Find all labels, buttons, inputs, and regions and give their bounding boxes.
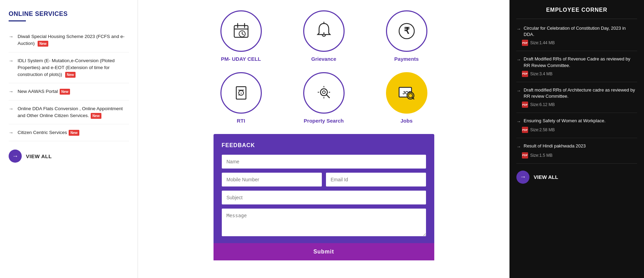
news-arrow-5: → [516,144,521,150]
service-card-property-search[interactable]: Property Search [293,72,355,124]
new-badge-4: New [91,113,101,119]
view-all-arrow-icon: → [9,150,22,163]
file-info-2: PDF Size:3.4 MB [516,71,637,77]
svg-point-8 [323,32,325,34]
service-item-2[interactable]: → IDLI System (E- Mutation,e-Conversion … [9,52,129,84]
news-arrow-4: → [516,118,521,125]
pm-uday-icon-circle [220,10,262,52]
svg-line-6 [242,34,244,35]
right-view-all-arrow-icon: → [516,171,529,184]
file-size-3: Size:6.12 MB [530,102,555,107]
pdf-icon-4: PDF [522,127,528,133]
message-textarea[interactable] [222,209,426,236]
arrow-icon-5: → [9,130,13,135]
service-card-grievance[interactable]: Grievance [293,10,355,62]
pdf-icon-1: PDF [522,40,528,46]
grievance-label: Grievance [311,56,336,62]
file-info-3: PDF Size:6.12 MB [516,102,637,108]
news-list: → Circular for Celebration of Constituti… [516,20,637,164]
new-badge-3: New [60,89,70,95]
news-title-2: → Draft Modified RRs of Revenue Cadre as… [516,56,637,68]
service-item-4[interactable]: → Online DDA Flats Conversion , Online A… [9,100,129,125]
rupee-icon: ₹ [396,21,417,41]
feedback-title: FEEDBACK [222,142,426,148]
service-card-rti[interactable]: i RTI [210,72,272,124]
calendar-clock-icon [231,21,251,41]
news-arrow-3: → [516,88,521,94]
new-badge-2: New [65,72,76,78]
file-size-5: Size:1.5 MB [530,153,553,158]
arrow-icon-3: → [9,89,13,94]
service-text-5: Citizen Centric ServicesNew [18,129,129,136]
view-all-label: VIEW ALL [26,153,52,159]
left-panel: ONLINE SERVICES → Diwali Special Housing… [0,0,138,278]
news-arrow-2: → [516,57,521,63]
service-text-1: Diwali Special Housing Scheme 2023 (FCFS… [18,33,129,47]
jobs-icon-circle: JOB [386,72,427,114]
svg-text:i: i [240,92,241,95]
news-arrow-1: → [516,26,521,32]
property-search-label: Property Search [304,118,344,124]
news-title-5: → Result of Hindi pakhwada 2023 [516,143,637,150]
service-card-pm-uday[interactable]: PM- UDAY CELL [210,10,272,62]
title-underline [9,20,26,21]
pm-uday-label: PM- UDAY CELL [221,56,261,62]
svg-rect-0 [234,26,248,37]
file-size-4: Size:2.58 MB [530,127,555,132]
email-input[interactable] [326,173,426,186]
news-item-3[interactable]: → Draft modified RRs of Architecture cad… [516,82,637,113]
name-input[interactable] [222,155,426,169]
service-card-jobs[interactable]: JOB Jobs [376,72,438,124]
file-info-1: PDF Size:1.44 MB [516,40,637,46]
mobile-input[interactable] [222,173,322,186]
grievance-icon-circle [303,10,345,52]
pdf-icon-3: PDF [522,102,528,108]
news-item-1[interactable]: → Circular for Celebration of Constituti… [516,20,637,51]
subject-input[interactable] [222,191,426,204]
file-size-1: Size:1.44 MB [530,40,555,45]
pdf-icon-2: PDF [522,71,528,77]
service-list: → Diwali Special Housing Scheme 2023 (FC… [9,28,129,141]
file-size-2: Size:3.4 MB [530,71,553,76]
file-info-5: PDF Size:1.5 MB [516,152,637,159]
right-view-all-button[interactable]: → VIEW ALL [516,171,637,184]
view-all-button[interactable]: → VIEW ALL [9,150,129,163]
rti-label: RTI [237,118,245,124]
service-text-2: IDLI System (E- Mutation,e-Conversion (P… [18,57,129,78]
middle-panel: PM- UDAY CELL Grievance ₹ P [138,0,509,278]
submit-button[interactable]: Submit [214,243,434,260]
rti-icon: i [231,83,251,103]
news-item-4[interactable]: → Ensuring Safety of Women at Workplace.… [516,113,637,138]
pdf-icon-5: PDF [522,152,528,159]
service-item-3[interactable]: → New AAWAS PortalNew [9,83,129,100]
new-badge-5: New [69,130,79,136]
service-item-1[interactable]: → Diwali Special Housing Scheme 2023 (FC… [9,28,129,52]
arrow-icon-4: → [9,106,13,112]
right-panel: EMPLOYEE CORNER → Circular for Celebrati… [509,0,644,278]
news-item-2[interactable]: → Draft Modified RRs of Revenue Cadre as… [516,51,637,82]
jobs-label: Jobs [400,118,413,124]
news-title-1: → Circular for Celebration of Constituti… [516,25,637,38]
payments-icon-circle: ₹ [386,10,427,52]
jobs-icon: JOB [396,83,417,103]
bell-icon [314,21,334,41]
service-item-5[interactable]: → Citizen Centric ServicesNew [9,124,129,141]
svg-text:₹: ₹ [404,26,409,36]
employee-corner-title: EMPLOYEE CORNER [516,7,637,19]
service-card-payments[interactable]: ₹ Payments [376,10,438,62]
service-text-3: New AAWAS PortalNew [18,88,129,95]
services-grid: PM- UDAY CELL Grievance ₹ P [210,10,438,124]
news-item-5[interactable]: → Result of Hindi pakhwada 2023 PDF Size… [516,138,637,163]
service-text-4: Online DDA Flats Conversion , Online App… [18,105,129,119]
property-search-icon-circle [303,72,345,114]
svg-point-19 [323,91,325,94]
news-title-3: → Draft modified RRs of Architecture cad… [516,87,637,99]
news-title-4: → Ensuring Safety of Women at Workplace. [516,118,637,125]
svg-line-18 [326,95,329,98]
arrow-icon-2: → [9,58,13,64]
right-view-all-label: VIEW ALL [534,174,558,180]
rti-icon-circle: i [220,72,262,114]
feedback-row-mobile-email [222,173,426,191]
property-search-icon [314,83,334,103]
new-badge-1: New [38,41,48,47]
